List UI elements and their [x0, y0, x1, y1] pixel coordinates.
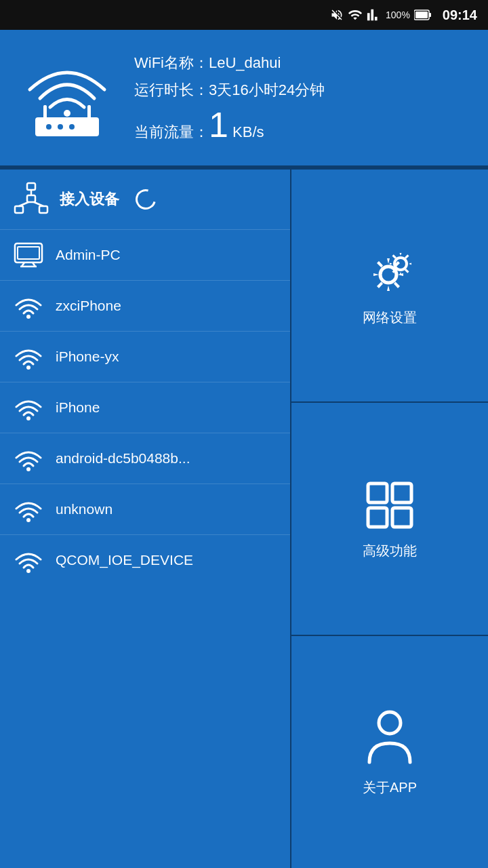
svg-line-16	[34, 202, 43, 206]
svg-rect-9	[87, 105, 91, 119]
svg-point-26	[26, 518, 30, 522]
list-item[interactable]: zxciPhone	[0, 281, 290, 332]
signal-icon	[367, 7, 382, 22]
main-grid: 接入设备 Admin-PC zxciPhone	[0, 170, 488, 868]
router-info: WiFi名称：LeU_dahui 运行时长：3天16小时24分钟 当前流量：1 …	[134, 53, 325, 142]
battery-icon	[414, 9, 432, 20]
wired-icon	[14, 242, 43, 268]
svg-rect-32	[368, 508, 387, 527]
device-list: 接入设备 Admin-PC zxciPhone	[0, 170, 291, 868]
list-item[interactable]: Admin-PC	[0, 230, 290, 281]
list-item[interactable]: QCOM_IOE_DEVICE	[0, 535, 290, 585]
advanced-label: 高级功能	[363, 542, 417, 560]
svg-rect-30	[368, 484, 387, 502]
person-icon	[363, 708, 417, 769]
wifi-name: WiFi名称：LeU_dahui	[134, 53, 325, 73]
device-name: zxciPhone	[56, 298, 121, 314]
svg-rect-8	[43, 105, 47, 119]
svg-rect-12	[39, 206, 47, 213]
device-name: iPhone	[56, 399, 100, 416]
svg-point-22	[26, 315, 30, 319]
grid-icon	[363, 478, 417, 532]
wifi-device-icon	[14, 547, 43, 573]
svg-point-23	[26, 366, 30, 370]
wifi-device-icon	[14, 496, 43, 522]
list-item[interactable]: android-dc5b0488b...	[0, 433, 290, 484]
refresh-icon[interactable]	[132, 186, 160, 214]
action-panel: 网络设置 高级功能 关于APP	[291, 170, 488, 868]
status-bar: 100% 09:14	[0, 0, 488, 30]
svg-point-28	[380, 267, 396, 283]
device-list-title: 接入设备	[60, 189, 119, 210]
svg-point-27	[26, 569, 30, 573]
svg-point-25	[26, 467, 30, 471]
topology-icon	[14, 182, 49, 217]
wifi-device-icon	[14, 344, 43, 370]
status-icons: 100%	[330, 7, 432, 22]
svg-rect-2	[429, 13, 431, 17]
svg-point-5	[46, 124, 52, 130]
list-item[interactable]: iPhone	[0, 382, 290, 433]
svg-rect-10	[27, 183, 35, 190]
svg-rect-1	[415, 12, 428, 18]
battery-text: 100%	[386, 9, 410, 20]
wifi-device-icon	[14, 395, 43, 420]
traffic-value: 1	[209, 105, 228, 144]
about-button[interactable]: 关于APP	[291, 636, 488, 868]
status-time: 09:14	[443, 7, 477, 23]
svg-rect-18	[18, 247, 39, 259]
traffic: 当前流量：1 KB/s	[134, 107, 325, 142]
device-name: android-dc5b0488b...	[56, 450, 190, 467]
svg-rect-11	[15, 206, 23, 213]
device-name: Admin-PC	[56, 247, 121, 263]
svg-line-15	[19, 202, 28, 206]
mute-icon	[330, 8, 344, 22]
about-label: 关于APP	[363, 778, 417, 797]
router-icon	[16, 52, 118, 143]
network-settings-button[interactable]: 网络设置	[291, 170, 488, 403]
list-item[interactable]: iPhone-yx	[0, 332, 290, 382]
svg-point-34	[379, 712, 401, 734]
network-settings-label: 网络设置	[363, 309, 417, 327]
svg-point-7	[69, 124, 75, 130]
traffic-unit: KB/s	[232, 123, 264, 140]
device-name: iPhone-yx	[56, 349, 119, 365]
uptime: 运行时长：3天16小时24分钟	[134, 80, 325, 100]
header-section: WiFi名称：LeU_dahui 运行时长：3天16小时24分钟 当前流量：1 …	[0, 30, 488, 165]
settings-icon	[363, 245, 417, 299]
svg-rect-4	[35, 117, 99, 136]
list-item[interactable]: unknown	[0, 484, 290, 535]
svg-point-24	[26, 416, 30, 420]
wifi-device-icon	[14, 446, 43, 471]
svg-rect-33	[392, 508, 411, 527]
svg-point-6	[58, 124, 63, 130]
device-name: unknown	[56, 501, 113, 517]
traffic-label: 当前流量：	[134, 123, 209, 140]
wifi-device-icon	[14, 293, 43, 319]
svg-rect-13	[27, 195, 35, 202]
svg-point-3	[64, 110, 70, 117]
advanced-button[interactable]: 高级功能	[291, 403, 488, 636]
device-name: QCOM_IOE_DEVICE	[56, 552, 193, 568]
device-list-header[interactable]: 接入设备	[0, 170, 290, 230]
svg-rect-31	[392, 484, 411, 502]
wifi-icon	[348, 7, 363, 22]
